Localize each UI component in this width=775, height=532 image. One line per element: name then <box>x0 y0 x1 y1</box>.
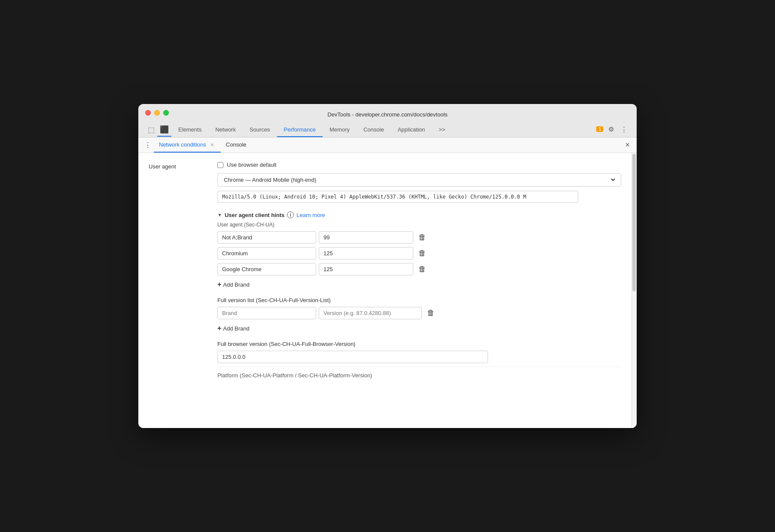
drawer-close-button[interactable]: × <box>622 139 633 151</box>
more-options-button[interactable]: ⋮ <box>618 124 630 135</box>
full-version-brand-row-0: 🗑 <box>217 307 621 319</box>
brand-row-0: 🗑 <box>217 231 621 244</box>
tab-network[interactable]: Network <box>208 123 243 137</box>
window-title: DevTools - developer.chrome.com/docs/dev… <box>145 111 630 118</box>
sec-ch-ua-label: User agent (Sec-CH-UA) <box>217 222 621 228</box>
add-brand-full-label: Add Brand <box>223 325 249 332</box>
user-agent-section: User agent Use browser default Chrome — … <box>149 162 621 379</box>
delete-full-version-brand-btn[interactable]: 🗑 <box>424 307 437 319</box>
toolbar-icons: 1 ⚙ ⋮ <box>596 124 630 137</box>
add-brand-label: Add Brand <box>223 281 249 288</box>
brand-name-input-0[interactable] <box>217 231 316 244</box>
add-brand-button[interactable]: + Add Brand <box>217 279 250 290</box>
main-content: User agent Use browser default Chrome — … <box>138 153 637 428</box>
drawer-tab-nc-label: Network conditions <box>159 141 206 148</box>
trash-icon-2: 🗑 <box>418 265 426 273</box>
use-browser-default-label: Use browser default <box>227 162 277 168</box>
full-version-list-section: Full version list (Sec-CH-UA-Full-Versio… <box>217 297 621 334</box>
add-icon-full: + <box>217 324 221 332</box>
close-button[interactable] <box>145 110 151 116</box>
notification-badge: 1 <box>596 126 603 132</box>
brand-name-input-1[interactable] <box>217 247 316 260</box>
delete-brand-btn-0[interactable]: 🗑 <box>416 231 429 244</box>
drawer-tab-nc-close[interactable]: × <box>209 141 216 148</box>
brand-name-input-2[interactable] <box>217 263 316 275</box>
info-icon[interactable]: i <box>287 211 294 218</box>
full-browser-version-label: Full browser version (Sec-CH-UA-Full-Bro… <box>217 341 621 347</box>
client-hints-label: User agent client hints <box>225 212 284 218</box>
add-icon: + <box>217 281 221 288</box>
add-brand-full-button[interactable]: + Add Brand <box>217 323 250 334</box>
trash-icon-1: 🗑 <box>418 249 426 257</box>
scrollbar-track[interactable] <box>632 153 637 428</box>
devtools-window: DevTools - developer.chrome.com/docs/dev… <box>138 104 637 428</box>
maximize-button[interactable] <box>163 110 169 116</box>
expand-triangle-icon[interactable]: ▼ <box>217 212 222 217</box>
delete-brand-btn-1[interactable]: 🗑 <box>416 247 429 260</box>
settings-button[interactable]: ⚙ <box>606 124 616 135</box>
scrollbar-thumb[interactable] <box>632 154 636 291</box>
main-tabs-bar: ⬚ ⬛ Elements Network Sources Performance… <box>145 123 630 137</box>
ua-dropdown[interactable]: Chrome — Android Mobile (high-end) <box>217 173 621 187</box>
drawer-more-icon[interactable]: ⋮ <box>142 138 154 153</box>
full-version-brand-input[interactable] <box>217 307 316 319</box>
delete-brand-btn-2[interactable]: 🗑 <box>416 263 429 275</box>
full-version-list-label: Full version list (Sec-CH-UA-Full-Versio… <box>217 297 621 303</box>
tab-sources[interactable]: Sources <box>243 123 277 137</box>
tab-memory[interactable]: Memory <box>323 123 357 137</box>
use-browser-default-row: Use browser default <box>217 162 621 168</box>
user-agent-label: User agent <box>149 162 217 170</box>
ua-string-field[interactable]: Mozilla/5.0 (Linux; Android 10; Pixel 4)… <box>217 191 578 203</box>
client-hints-title: ▼ User agent client hints i Learn more <box>217 211 621 218</box>
full-version-version-input[interactable] <box>319 307 422 319</box>
brand-row-1: 🗑 <box>217 247 621 260</box>
drawer-tab-network-conditions[interactable]: Network conditions × <box>154 138 221 153</box>
devtools-body: ⋮ Network conditions × Console × User ag… <box>138 138 637 428</box>
inspect-icon-btn[interactable]: ⬛ <box>157 123 171 137</box>
use-browser-default-checkbox[interactable] <box>217 162 223 168</box>
platform-label: Platform (Sec-CH-UA-Platform / Sec-CH-UA… <box>217 367 621 379</box>
content-area: User agent Use browser default Chrome — … <box>138 153 632 428</box>
drawer-tab-console[interactable]: Console <box>221 138 252 152</box>
brand-version-input-0[interactable] <box>319 231 413 244</box>
tab-elements[interactable]: Elements <box>171 123 208 137</box>
minimize-button[interactable] <box>154 110 160 116</box>
tab-application[interactable]: Application <box>391 123 432 137</box>
tab-performance[interactable]: Performance <box>277 123 323 137</box>
titlebar: DevTools - developer.chrome.com/docs/dev… <box>138 104 637 138</box>
user-agent-content: Use browser default Chrome — Android Mob… <box>217 162 621 379</box>
cursor-icon-btn[interactable]: ⬚ <box>145 124 157 136</box>
brand-version-input-2[interactable] <box>319 263 413 275</box>
brand-version-input-1[interactable] <box>319 247 413 260</box>
ua-dropdown-select[interactable]: Chrome — Android Mobile (high-end) <box>222 176 616 183</box>
full-browser-version-input[interactable] <box>217 351 488 363</box>
brand-row-2: 🗑 <box>217 263 621 275</box>
drawer-tab-console-label: Console <box>226 141 247 148</box>
learn-more-link[interactable]: Learn more <box>296 212 325 218</box>
tab-more[interactable]: >> <box>432 123 452 137</box>
trash-icon-0: 🗑 <box>418 233 426 242</box>
drawer-tabs: ⋮ Network conditions × Console × <box>138 138 637 153</box>
trash-icon-full: 🗑 <box>427 309 435 317</box>
tab-console[interactable]: Console <box>357 123 391 137</box>
